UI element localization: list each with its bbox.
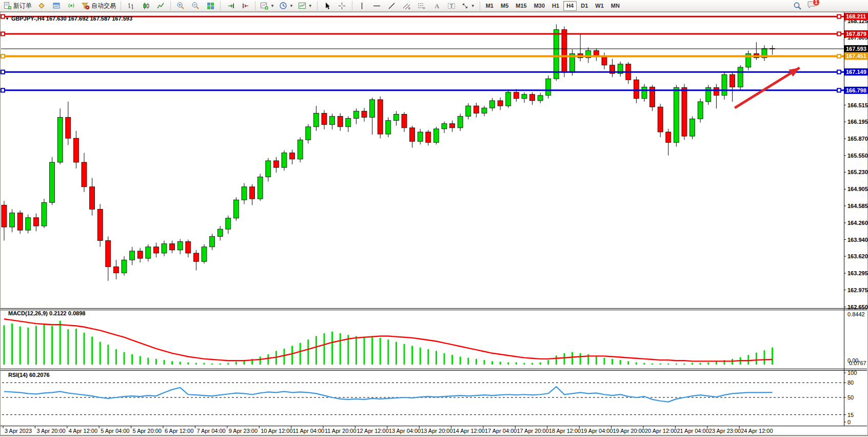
cursor-button[interactable] [320, 0, 334, 11]
metaeditor-button[interactable] [34, 0, 49, 11]
indicators-button[interactable]: ▼ [258, 0, 277, 11]
macd-histogram-bar [107, 345, 109, 365]
signal-icon [67, 2, 75, 10]
line-anchor-square[interactable] [1, 70, 5, 74]
time-axis-label: 21 Apr 04:00 [677, 428, 708, 434]
auto-scroll-button[interactable] [223, 0, 238, 11]
notifications-button[interactable]: 1 [807, 1, 816, 11]
dropdown-caret-icon: ▼ [471, 4, 475, 8]
candle [122, 260, 127, 273]
trend-arrow[interactable] [735, 68, 799, 108]
arrows-button[interactable]: ▼ [459, 0, 477, 11]
diamond-icon [37, 2, 46, 10]
line-anchor-square[interactable] [837, 32, 841, 35]
equidistant-channel-button[interactable]: E [400, 0, 414, 11]
text-label-icon: T [447, 2, 456, 10]
chart-symbol-header[interactable]: ▼ GBPJPY-,H4 167.630 167.692 167.587 167… [5, 15, 132, 22]
text-label-button[interactable]: T [444, 0, 459, 11]
candlestick-chart-button[interactable] [139, 0, 153, 11]
bar-chart-button[interactable] [124, 0, 138, 11]
text-button[interactable]: A [429, 0, 444, 11]
timeframe-button-MN[interactable]: MN [608, 1, 623, 11]
crosshair-button[interactable] [335, 0, 349, 11]
macd-histogram-bar [531, 363, 533, 365]
timeframe-button-M15[interactable]: M15 [512, 1, 529, 11]
autotrading-label: 自动交易 [91, 2, 116, 10]
macd-histogram-bar [307, 339, 309, 365]
autotrading-button[interactable]: 自动交易 [79, 0, 118, 11]
macd-histogram-bar [27, 328, 29, 365]
candle [482, 108, 487, 113]
candle [258, 177, 263, 199]
collapse-triangle-icon[interactable]: ▼ [5, 16, 9, 21]
line-anchor-square[interactable] [837, 88, 841, 92]
time-axis-label: 9 Apr 23:00 [229, 428, 258, 434]
symbol-ohlc-text: GBPJPY-,H4 167.630 167.692 167.587 167.5… [11, 15, 132, 22]
rsi-scale-label: 50 [847, 394, 854, 401]
new-order-button[interactable]: 新订单 [2, 0, 34, 11]
trendline-button[interactable] [385, 0, 399, 11]
zoom-in-button[interactable] [173, 0, 188, 11]
candle [522, 94, 527, 99]
time-axis-label: 5 Apr 20:00 [133, 428, 162, 434]
candle [418, 132, 423, 141]
zoom-out-button[interactable] [188, 0, 203, 11]
periods-button[interactable]: ▼ [277, 0, 295, 11]
price-level-badge-text: 167.149 [846, 69, 866, 75]
candle [26, 218, 31, 230]
price-tick-label: 165.230 [847, 169, 868, 175]
price-level-badge-text: 166.798 [846, 87, 866, 93]
line-anchor-square[interactable] [1, 88, 5, 92]
timeframe-button-D1[interactable]: D1 [578, 1, 591, 11]
line-anchor-square[interactable] [1, 32, 5, 35]
macd-histogram-bar [140, 356, 141, 365]
price-level-badge-text: 167.451 [846, 53, 866, 59]
candle [210, 236, 215, 246]
macd-histogram-bar [4, 325, 5, 365]
search-icon[interactable] [793, 2, 802, 10]
signals-button[interactable] [64, 0, 78, 11]
timeframe-button-H1[interactable]: H1 [549, 1, 562, 11]
candle [66, 118, 71, 139]
macd-histogram-bar [684, 364, 685, 365]
rsi-scale-label: 100 [847, 370, 857, 376]
fibonacci-button[interactable]: F [415, 0, 429, 11]
dropdown-caret-icon: ▼ [289, 4, 293, 8]
candle [370, 100, 375, 118]
candle [113, 267, 119, 273]
candle [186, 242, 191, 253]
line-anchor-square[interactable] [1, 15, 5, 18]
timeframe-button-M30[interactable]: M30 [531, 1, 548, 11]
window-icon [52, 2, 61, 10]
candle [602, 57, 607, 65]
time-axis-label: 3 Apr 20:00 [36, 428, 65, 434]
macd-histogram-bar [19, 327, 21, 365]
chart-shift-button[interactable] [238, 0, 252, 11]
toolbar-separator [220, 2, 221, 10]
time-axis-label: 17 Apr 20:00 [517, 428, 548, 434]
timeframe-button-M5[interactable]: M5 [498, 1, 511, 11]
svg-text:A: A [435, 2, 440, 10]
macd-histogram-bar [67, 329, 69, 365]
vertical-line-button[interactable] [355, 0, 369, 11]
line-anchor-square[interactable] [837, 70, 841, 74]
macd-histogram-bar [547, 360, 549, 365]
tile-windows-button[interactable] [203, 0, 218, 11]
templates-button[interactable]: ▼ [296, 0, 314, 11]
macd-histogram-bar [604, 358, 605, 365]
main-toolbar: 新订单 自动交易 [0, 0, 868, 12]
candle [362, 111, 367, 117]
price-tick-label: 164.585 [847, 203, 868, 209]
candle [386, 121, 391, 134]
line-anchor-square[interactable] [837, 15, 841, 18]
line-anchor-square[interactable] [837, 54, 841, 58]
timeframe-button-M1[interactable]: M1 [483, 1, 497, 11]
line-chart-button[interactable] [153, 0, 168, 11]
horizontal-line-button[interactable] [370, 0, 384, 11]
timeframe-button-W1[interactable]: W1 [592, 1, 607, 11]
terminal-window-button[interactable] [49, 0, 64, 11]
macd-histogram-bar [380, 338, 381, 365]
line-anchor-square[interactable] [1, 54, 5, 58]
candle [313, 113, 319, 126]
timeframe-button-H4[interactable]: H4 [563, 1, 577, 11]
